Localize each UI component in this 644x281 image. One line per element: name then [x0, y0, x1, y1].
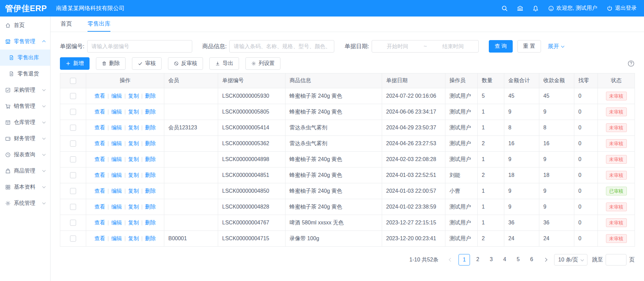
sidebar-item-goods[interactable]: 商品管理 [0, 163, 50, 179]
row-checkbox[interactable] [70, 236, 76, 242]
tab-retail-out[interactable]: 零售出库 [88, 17, 110, 32]
sidebar-item-purchase[interactable]: 采购管理 [0, 82, 50, 98]
action-view[interactable]: 查看 [94, 93, 105, 99]
action-copy[interactable]: 复制 [128, 156, 139, 162]
action-copy[interactable]: 复制 [128, 93, 139, 99]
unaudit-button[interactable]: 反审核 [168, 57, 203, 70]
action-edit[interactable]: 编辑 [111, 125, 122, 130]
action-copy[interactable]: 复制 [128, 204, 139, 210]
pagination: 1-10 共52条 123456 10 条/页 跳至 页 [60, 254, 635, 266]
action-view[interactable]: 查看 [94, 204, 105, 210]
sidebar-item-sale[interactable]: 销售管理 [0, 98, 50, 114]
row-checkbox[interactable] [70, 220, 76, 226]
action-delete[interactable]: 删除 [145, 156, 156, 162]
sidebar-item-home[interactable]: 首页 [0, 17, 50, 33]
action-copy[interactable]: 复制 [128, 220, 139, 225]
action-edit[interactable]: 编辑 [111, 172, 122, 178]
user-welcome[interactable]: 欢迎您, 测试用户 [548, 5, 597, 12]
action-view[interactable]: 查看 [94, 140, 105, 146]
action-copy[interactable]: 复制 [128, 172, 139, 178]
sidebar-item-retail[interactable]: 零售管理 [0, 33, 50, 50]
action-delete[interactable]: 删除 [145, 220, 156, 225]
help-icon[interactable] [628, 60, 635, 67]
action-edit[interactable]: 编辑 [111, 156, 122, 162]
sidebar-item-warehouse[interactable]: 仓库管理 [0, 114, 50, 130]
next-page-icon[interactable] [540, 254, 551, 266]
column-settings-button[interactable]: 列设置 [245, 57, 280, 70]
action-copy[interactable]: 复制 [128, 109, 139, 115]
expand-filters-link[interactable]: 展开 [548, 42, 564, 50]
action-edit[interactable]: 编辑 [111, 204, 122, 210]
action-edit[interactable]: 编辑 [111, 236, 122, 241]
action-view[interactable]: 查看 [94, 220, 105, 225]
date-range-picker[interactable]: ~ [372, 40, 479, 53]
row-checkbox[interactable] [70, 109, 76, 115]
row-checkbox[interactable] [70, 204, 76, 210]
export-button[interactable]: 导出 [209, 57, 239, 70]
reset-button[interactable]: 重 置 [517, 40, 541, 53]
row-checkbox[interactable] [70, 93, 76, 99]
bank-icon[interactable] [517, 5, 523, 12]
logout-button[interactable]: 退出登录 [607, 5, 637, 12]
sidebar-item-basic[interactable]: 基本资料 [0, 179, 50, 195]
page-button-4[interactable]: 4 [499, 254, 510, 266]
search-button[interactable]: 查 询 [489, 40, 512, 53]
jump-to-input[interactable] [606, 254, 626, 266]
date-end-input[interactable] [428, 40, 478, 52]
action-edit[interactable]: 编辑 [111, 140, 122, 146]
action-delete[interactable]: 删除 [145, 109, 156, 115]
sidebar-item-retail-out[interactable]: 零售出库 [0, 50, 50, 66]
action-delete[interactable]: 删除 [145, 188, 156, 194]
page-button-3[interactable]: 3 [485, 254, 497, 266]
action-copy[interactable]: 复制 [128, 125, 139, 130]
action-view[interactable]: 查看 [94, 109, 105, 115]
row-checkbox[interactable] [70, 172, 76, 178]
select-all-checkbox[interactable] [70, 78, 76, 84]
action-delete[interactable]: 删除 [145, 140, 156, 146]
action-delete[interactable]: 删除 [145, 204, 156, 210]
bell-icon[interactable] [532, 5, 539, 12]
page-button-1[interactable]: 1 [459, 254, 470, 266]
row-checkbox[interactable] [70, 125, 76, 131]
action-edit[interactable]: 编辑 [111, 188, 122, 194]
action-copy[interactable]: 复制 [128, 236, 139, 241]
sidebar-item-label: 系统管理 [14, 200, 35, 207]
sidebar-item-system[interactable]: 系统管理 [0, 195, 50, 211]
action-view[interactable]: 查看 [94, 125, 105, 130]
action-delete[interactable]: 删除 [145, 93, 156, 99]
search-icon[interactable] [501, 5, 508, 12]
product-info-input[interactable] [229, 40, 334, 53]
sidebar-item-finance[interactable]: 财务管理 [0, 130, 50, 147]
action-view[interactable]: 查看 [94, 188, 105, 194]
action-edit[interactable]: 编辑 [111, 109, 122, 115]
delete-button[interactable]: 删除 [96, 57, 126, 70]
tab-home[interactable]: 首页 [61, 17, 72, 32]
action-view[interactable]: 查看 [94, 236, 105, 241]
bill-no-input[interactable] [87, 40, 192, 53]
document-icon [9, 55, 14, 61]
row-checkbox[interactable] [70, 156, 76, 162]
date-start-input[interactable] [372, 40, 423, 52]
sidebar-item-retail-return[interactable]: 零售退货 [0, 66, 50, 82]
page-button-5[interactable]: 5 [512, 254, 524, 266]
action-delete[interactable]: 删除 [145, 172, 156, 178]
add-button[interactable]: 新增 [60, 57, 90, 70]
sidebar-item-report[interactable]: 报表查询 [0, 147, 50, 163]
action-edit[interactable]: 编辑 [111, 93, 122, 99]
audit-button[interactable]: 审核 [132, 57, 162, 70]
action-copy[interactable]: 复制 [128, 188, 139, 194]
row-checkbox[interactable] [70, 140, 76, 147]
page-button-2[interactable]: 2 [472, 254, 483, 266]
action-delete[interactable]: 删除 [145, 236, 156, 241]
action-view[interactable]: 查看 [94, 172, 105, 178]
action-delete[interactable]: 删除 [145, 125, 156, 130]
action-copy[interactable]: 复制 [128, 140, 139, 146]
page-size-select[interactable]: 10 条/页 [554, 254, 587, 266]
action-view[interactable]: 查看 [94, 156, 105, 162]
column-header-bill-no: 单据编号 [218, 73, 285, 88]
qty-cell: 2 [478, 136, 504, 152]
row-checkbox[interactable] [70, 188, 76, 194]
prev-page-icon[interactable] [444, 254, 456, 266]
page-button-6[interactable]: 6 [526, 254, 537, 266]
action-edit[interactable]: 编辑 [111, 220, 122, 225]
